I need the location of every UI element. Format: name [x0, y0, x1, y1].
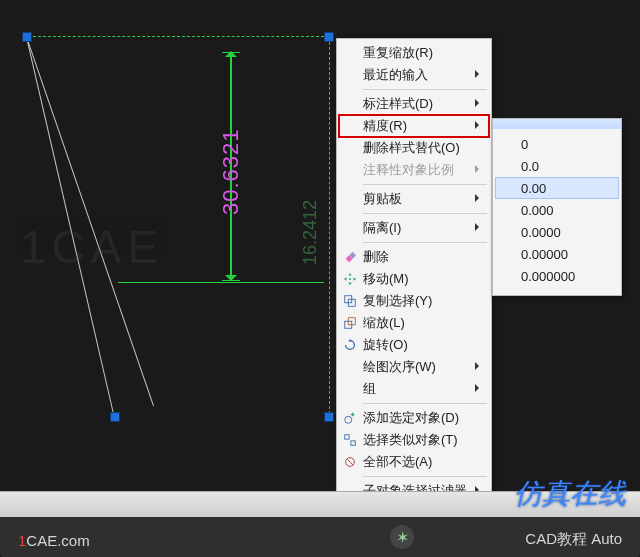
drawn-line [118, 282, 324, 283]
precision-option-6[interactable]: 0.000000 [495, 265, 619, 287]
watermark-site: 1CAE.com [18, 532, 90, 549]
copy-icon [342, 293, 358, 309]
context-menu: 重复缩放(R) 最近的输入 标注样式(D) 精度(R) 删除样式替代(O) 注释… [336, 38, 492, 557]
selection-marquee-right [329, 42, 330, 414]
menu-rotate[interactable]: 旋转(O) [339, 334, 489, 356]
svg-rect-6 [351, 441, 355, 445]
menu-select-similar[interactable]: 选择类似对象(T) [339, 429, 489, 451]
menu-separator [363, 403, 487, 404]
submenu-header [493, 119, 621, 129]
menu-copy-selection[interactable]: 复制选择(Y) [339, 290, 489, 312]
menu-add-selected[interactable]: 添加选定对象(D) [339, 407, 489, 429]
select-similar-icon [342, 432, 358, 448]
svg-rect-5 [345, 435, 349, 439]
menu-deselect-all[interactable]: 全部不选(A) [339, 451, 489, 473]
menu-isolate[interactable]: 隔离(I) [339, 217, 489, 239]
precision-option-5[interactable]: 0.00000 [495, 243, 619, 265]
scale-icon [342, 315, 358, 331]
deselect-icon [342, 454, 358, 470]
grip-handle[interactable] [324, 32, 334, 42]
menu-draw-order[interactable]: 绘图次序(W) [339, 356, 489, 378]
selection-marquee-top [28, 36, 324, 37]
menu-separator [363, 184, 487, 185]
menu-annotative-scale: 注释性对象比例 [339, 159, 489, 181]
rotate-icon [342, 337, 358, 353]
menu-separator [363, 242, 487, 243]
menu-repeat[interactable]: 重复缩放(R) [339, 42, 489, 64]
add-selected-icon [342, 410, 358, 426]
precision-option-4[interactable]: 0.0000 [495, 221, 619, 243]
precision-option-0[interactable]: 0 [495, 133, 619, 155]
dimension-text-secondary: 16.2412 [300, 200, 321, 265]
menu-precision[interactable]: 精度(R) [339, 115, 489, 137]
wechat-avatar-icon: ✶ [390, 525, 414, 549]
menu-recent-input[interactable]: 最近的输入 [339, 64, 489, 86]
menu-group[interactable]: 组 [339, 378, 489, 400]
precision-option-2[interactable]: 0.00 [495, 177, 619, 199]
erase-icon [342, 249, 358, 265]
menu-dim-style[interactable]: 标注样式(D) [339, 93, 489, 115]
menu-move[interactable]: 移动(M) [339, 268, 489, 290]
precision-option-1[interactable]: 0.0 [495, 155, 619, 177]
menu-clipboard[interactable]: 剪贴板 [339, 188, 489, 210]
menu-erase[interactable]: 删除 [339, 246, 489, 268]
move-icon [342, 271, 358, 287]
watermark-text: 1CAE [20, 220, 164, 274]
grip-handle[interactable] [324, 412, 334, 422]
precision-submenu: 0 0.0 0.00 0.000 0.0000 0.00000 0.000000 [492, 118, 622, 296]
dimension-text[interactable]: 30.6321 [218, 128, 244, 215]
menu-scale[interactable]: 缩放(L) [339, 312, 489, 334]
svg-point-4 [345, 416, 352, 423]
menu-separator [363, 89, 487, 90]
watermark-cn: 仿真在线 [514, 475, 626, 513]
watermark-title: CAD教程 Auto [525, 530, 622, 549]
menu-separator [363, 476, 487, 477]
grip-handle[interactable] [22, 32, 32, 42]
precision-option-3[interactable]: 0.000 [495, 199, 619, 221]
menu-separator [363, 213, 487, 214]
menu-remove-override[interactable]: 删除样式替代(O) [339, 137, 489, 159]
grip-handle[interactable] [110, 412, 120, 422]
